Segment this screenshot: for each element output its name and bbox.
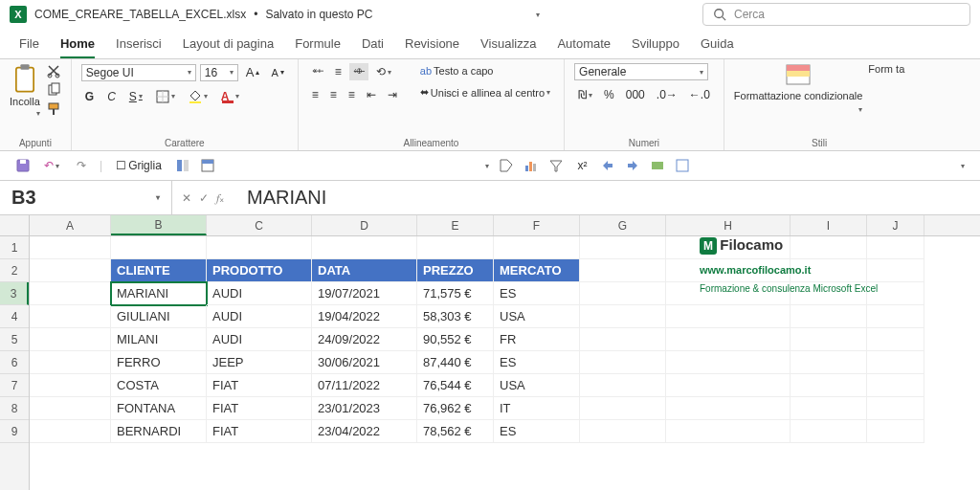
cell[interactable] — [666, 328, 791, 351]
borders-button[interactable]: ▾ — [152, 88, 179, 105]
cell[interactable]: 87,440 € — [417, 351, 494, 374]
fx-icon[interactable]: 𝑓ₓ — [216, 191, 224, 205]
col-header-A[interactable]: A — [30, 215, 111, 235]
cell[interactable] — [580, 351, 666, 374]
cells-area[interactable]: M Filocamo www.marcofilocamo.it Formazio… — [30, 236, 980, 443]
save-status[interactable]: Salvato in questo PC — [265, 8, 372, 21]
copy-icon[interactable] — [46, 82, 61, 98]
qat-icon-2[interactable] — [200, 158, 215, 173]
cell[interactable]: MILANI — [111, 328, 207, 351]
cell[interactable]: 58,303 € — [417, 305, 494, 328]
increase-decimal-icon[interactable]: .0→ — [653, 86, 681, 103]
cell[interactable] — [111, 236, 207, 259]
cell[interactable] — [791, 374, 867, 397]
tab-automate[interactable]: Automate — [557, 36, 611, 58]
col-header-G[interactable]: G — [580, 215, 666, 235]
cell[interactable] — [867, 328, 924, 351]
select-all-corner[interactable] — [0, 215, 29, 236]
cancel-formula-icon[interactable]: ✕ — [182, 191, 191, 205]
cell[interactable]: FERRO — [111, 351, 207, 374]
col-header-H[interactable]: H — [666, 215, 791, 235]
cell[interactable]: GIULIANI — [111, 305, 207, 328]
cell[interactable] — [867, 305, 924, 328]
qat-icon-1[interactable] — [175, 158, 190, 173]
save-icon[interactable] — [15, 158, 31, 173]
row-header-6[interactable]: 6 — [0, 351, 29, 374]
cell[interactable] — [867, 420, 924, 443]
increase-font-icon[interactable]: A▴ — [242, 63, 264, 81]
tab-file[interactable]: File — [19, 36, 39, 58]
qat-icon-6[interactable] — [675, 158, 690, 173]
cell[interactable]: 24/09/2022 — [312, 328, 417, 351]
cell[interactable] — [791, 397, 867, 420]
row-header-8[interactable]: 8 — [0, 397, 29, 420]
cell[interactable]: COSTA — [111, 374, 207, 397]
cell[interactable] — [30, 420, 111, 443]
cell[interactable]: USA — [494, 305, 580, 328]
cell[interactable] — [666, 397, 791, 420]
indent-decrease-icon[interactable]: ⇤ — [363, 86, 380, 103]
chevron-down-icon[interactable]: ▾ — [485, 162, 489, 170]
merge-center-button[interactable]: ⬌ Unisci e allinea al centro ▾ — [416, 84, 554, 100]
tab-layout[interactable]: Layout di pagina — [183, 36, 274, 58]
cell[interactable]: 23/01/2023 — [312, 397, 417, 420]
tab-data[interactable]: Dati — [362, 36, 384, 58]
cell[interactable] — [580, 305, 666, 328]
cell[interactable]: 30/06/2021 — [312, 351, 417, 374]
cell[interactable] — [580, 282, 666, 305]
col-header-I[interactable]: I — [791, 215, 867, 235]
align-center-icon[interactable]: ≡ — [326, 86, 341, 103]
cell[interactable]: 78,562 € — [417, 420, 494, 443]
cell[interactable]: AUDI — [207, 328, 312, 351]
cell[interactable] — [30, 351, 111, 374]
cell[interactable]: ES — [494, 351, 580, 374]
col-header-B[interactable]: B — [111, 215, 207, 235]
cell[interactable]: MERCATO — [494, 259, 580, 282]
cell[interactable] — [867, 397, 924, 420]
tab-review[interactable]: Revisione — [405, 36, 459, 58]
cell[interactable] — [30, 259, 111, 282]
cell[interactable] — [666, 420, 791, 443]
conditional-format-button[interactable]: Formattazione condizionale▾ — [734, 63, 863, 114]
row-header-2[interactable]: 2 — [0, 259, 29, 282]
align-middle-icon[interactable]: ≡ — [331, 63, 345, 80]
cell[interactable]: FONTANA — [111, 397, 207, 420]
number-format-dropdown[interactable]: Generale▾ — [574, 63, 708, 80]
cell[interactable]: USA — [494, 374, 580, 397]
tab-help[interactable]: Guida — [701, 36, 734, 58]
cell[interactable]: 23/04/2022 — [312, 420, 417, 443]
cell[interactable] — [580, 236, 666, 259]
cell[interactable]: 76,544 € — [417, 374, 494, 397]
comma-icon[interactable]: 000 — [622, 86, 649, 103]
font-name-dropdown[interactable]: Segoe UI▾ — [81, 64, 196, 81]
cell[interactable] — [30, 328, 111, 351]
cell[interactable]: AUDI — [207, 282, 312, 305]
row-header-9[interactable]: 9 — [0, 420, 29, 443]
bold-button[interactable]: G — [81, 88, 98, 105]
cell[interactable] — [791, 328, 867, 351]
decrease-font-icon[interactable]: A▾ — [267, 65, 287, 80]
chart-icon[interactable] — [523, 158, 539, 173]
cut-icon[interactable] — [46, 63, 61, 78]
cell[interactable] — [791, 351, 867, 374]
cell[interactable] — [791, 305, 867, 328]
cell[interactable]: FIAT — [207, 397, 312, 420]
row-header-1[interactable]: 1 — [0, 236, 29, 259]
italic-button[interactable]: C — [103, 88, 120, 105]
cell[interactable] — [30, 305, 111, 328]
cell[interactable]: PRODOTTO — [207, 259, 312, 282]
formula-input[interactable]: MARIANI — [234, 187, 340, 209]
row-header-5[interactable]: 5 — [0, 328, 29, 351]
indent-increase-icon[interactable]: ⇥ — [384, 86, 401, 103]
cell[interactable]: 07/11/2022 — [312, 374, 417, 397]
tab-formulas[interactable]: Formule — [295, 36, 341, 58]
undo-icon[interactable]: ↶▾ — [40, 157, 63, 174]
cell[interactable] — [867, 374, 924, 397]
cell[interactable]: AUDI — [207, 305, 312, 328]
cell[interactable] — [580, 374, 666, 397]
qat-icon-4[interactable] — [625, 158, 640, 173]
cell[interactable] — [30, 374, 111, 397]
wrap-text-button[interactable]: ab Testo a capo — [416, 63, 554, 78]
gridlines-toggle[interactable]: ☐ Griglia — [112, 157, 166, 174]
cell[interactable] — [580, 259, 666, 282]
